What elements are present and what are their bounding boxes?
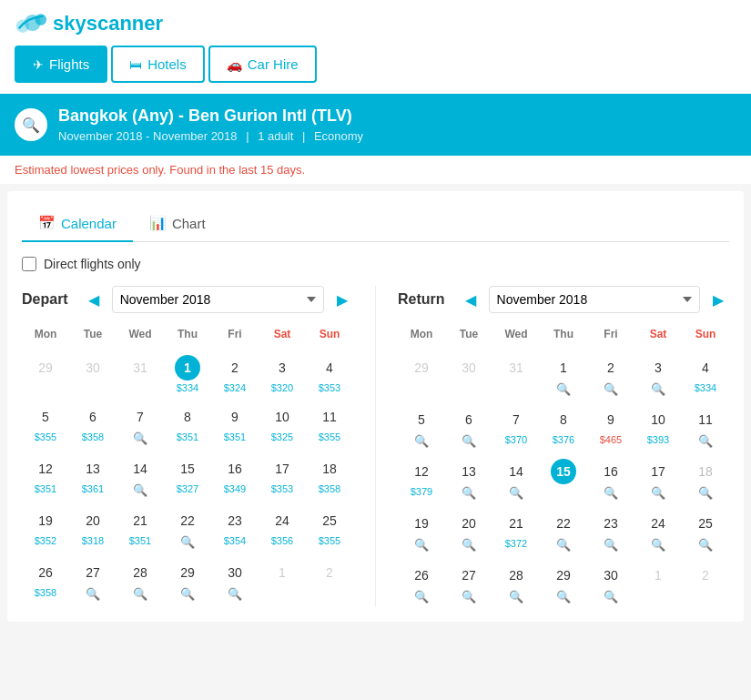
list-item[interactable]: 27🔍 bbox=[445, 555, 492, 607]
search-icon[interactable]: 🔍 bbox=[651, 382, 665, 396]
search-icon[interactable]: 🔍 bbox=[414, 434, 429, 448]
list-item[interactable]: 20🔍 bbox=[445, 503, 492, 555]
search-icon[interactable]: 🔍 bbox=[509, 590, 523, 604]
search-icon[interactable]: 🔍 bbox=[180, 535, 195, 549]
tab-bar: ✈ Flights 🛏 Hotels 🚗 Car Hire bbox=[15, 46, 736, 83]
search-icon[interactable]: 🔍 bbox=[462, 590, 476, 604]
list-item[interactable]: 23🔍 bbox=[587, 503, 634, 555]
search-icon[interactable]: 🔍 bbox=[462, 434, 476, 448]
list-item: 10$393 bbox=[634, 400, 682, 451]
search-icon[interactable]: 🔍 bbox=[133, 587, 147, 601]
table-row: 19🔍20🔍21$37222🔍23🔍24🔍25🔍 bbox=[398, 503, 729, 555]
search-icon[interactable]: 🔍 bbox=[698, 538, 713, 552]
search-icon[interactable]: 🔍 bbox=[556, 538, 571, 552]
depart-month-select[interactable]: November 2018 bbox=[112, 286, 324, 313]
list-item[interactable]: 7🔍 bbox=[117, 397, 164, 449]
search-icon[interactable]: 🔍 bbox=[86, 587, 100, 601]
list-item[interactable]: 5🔍 bbox=[398, 400, 445, 451]
day-number: 30 bbox=[456, 355, 482, 380]
list-item[interactable]: 24🔍 bbox=[634, 503, 682, 555]
list-item[interactable]: 11🔍 bbox=[682, 400, 729, 451]
list-item[interactable]: 30🔍 bbox=[211, 553, 259, 604]
list-item[interactable]: 29🔍 bbox=[540, 555, 587, 607]
list-item: 18🔍 bbox=[682, 451, 729, 503]
tab-carhire[interactable]: 🚗 Car Hire bbox=[208, 46, 317, 83]
day-price: $361 bbox=[82, 483, 104, 494]
search-icon[interactable]: 🔍 bbox=[180, 587, 195, 601]
list-item: 9$465 bbox=[587, 400, 634, 451]
list-item[interactable]: 27🔍 bbox=[69, 553, 117, 604]
day-number: 13 bbox=[80, 456, 106, 482]
list-item[interactable]: 25🔍 bbox=[682, 503, 729, 555]
table-row: 5$3556$3587🔍8$3519$35110$32511$355 bbox=[22, 397, 353, 449]
search-icon[interactable]: 🔍 bbox=[604, 538, 618, 552]
return-prev-button[interactable]: ◀ bbox=[460, 289, 482, 310]
search-icon[interactable]: 🔍 bbox=[604, 590, 618, 604]
search-dates: November 2018 - November 2018 bbox=[58, 129, 238, 143]
list-item[interactable]: 13🔍 bbox=[445, 451, 492, 503]
search-icon[interactable]: 🔍 bbox=[651, 538, 665, 552]
day-price: $349 bbox=[224, 483, 246, 494]
list-item[interactable]: 2🔍 bbox=[587, 348, 634, 400]
depart-grid: Mon Tue Wed Thu Fri Sat Sun 2930311$3342… bbox=[22, 324, 353, 604]
search-icon[interactable]: 🔍 bbox=[414, 538, 429, 552]
header: skyscanner ✈ Flights 🛏 Hotels 🚗 Car Hire… bbox=[0, 0, 751, 184]
list-item[interactable]: 17🔍 bbox=[634, 451, 682, 503]
list-item: 3$320 bbox=[259, 348, 306, 397]
search-icon: 🔍 bbox=[698, 486, 713, 500]
search-icon[interactable]: 🔍 bbox=[228, 587, 242, 601]
list-item[interactable]: 28🔍 bbox=[117, 553, 164, 604]
search-icon[interactable]: 🔍 bbox=[604, 382, 618, 396]
list-item: 21$372 bbox=[492, 503, 540, 555]
view-tab-chart[interactable]: 📊 Chart bbox=[133, 206, 222, 242]
search-icon[interactable]: 🔍 bbox=[133, 483, 147, 497]
list-item[interactable]: 1🔍 bbox=[540, 348, 587, 400]
tab-hotels[interactable]: 🛏 Hotels bbox=[111, 46, 205, 83]
depart-next-button[interactable]: ▶ bbox=[331, 289, 353, 310]
list-item[interactable]: 3🔍 bbox=[634, 348, 682, 400]
return-th-fri: Fri bbox=[587, 324, 634, 348]
direct-flights-checkbox[interactable] bbox=[22, 257, 36, 271]
list-item[interactable]: 28🔍 bbox=[492, 555, 540, 607]
search-icon: 🔍 bbox=[15, 108, 47, 141]
depart-prev-button[interactable]: ◀ bbox=[83, 289, 105, 310]
list-item: 19$352 bbox=[22, 501, 69, 553]
list-item[interactable]: 14🔍 bbox=[117, 449, 164, 501]
list-item[interactable]: 26🔍 bbox=[398, 555, 445, 607]
search-icon[interactable]: 🔍 bbox=[462, 538, 476, 552]
search-icon[interactable]: 🔍 bbox=[556, 590, 571, 604]
search-icon[interactable]: 🔍 bbox=[604, 486, 618, 500]
search-icon[interactable]: 🔍 bbox=[556, 382, 571, 396]
list-item[interactable]: 22🔍 bbox=[164, 501, 211, 553]
day-price: $355 bbox=[319, 431, 340, 442]
search-bar[interactable]: 🔍 Bangkok (Any) - Ben Gurion Intl (TLV) … bbox=[0, 94, 751, 156]
list-item[interactable]: 16🔍 bbox=[587, 451, 634, 503]
search-icon[interactable]: 🔍 bbox=[462, 486, 476, 500]
search-icon[interactable]: 🔍 bbox=[651, 486, 665, 500]
list-item[interactable]: 22🔍 bbox=[540, 503, 587, 555]
search-icon[interactable]: 🔍 bbox=[414, 590, 429, 604]
chart-tab-label: Chart bbox=[172, 216, 206, 231]
list-item: 6$358 bbox=[69, 397, 117, 449]
search-icon[interactable]: 🔍 bbox=[133, 431, 147, 445]
list-item: 7$370 bbox=[492, 400, 540, 451]
tab-flights[interactable]: ✈ Flights bbox=[15, 46, 107, 83]
search-icon[interactable]: 🔍 bbox=[698, 434, 713, 448]
list-item[interactable]: 19🔍 bbox=[398, 503, 445, 555]
return-month-select[interactable]: November 2018 bbox=[489, 286, 700, 313]
list-item[interactable]: 30🔍 bbox=[587, 555, 634, 607]
list-item[interactable]: 14🔍 bbox=[492, 451, 540, 503]
return-next-button[interactable]: ▶ bbox=[707, 289, 729, 310]
search-icon[interactable]: 🔍 bbox=[509, 486, 523, 500]
list-item[interactable]: 6🔍 bbox=[445, 400, 492, 451]
day-number: 2 bbox=[693, 563, 718, 588]
list-item[interactable]: 29🔍 bbox=[164, 553, 211, 604]
list-item: 1 bbox=[634, 555, 682, 607]
day-price: $355 bbox=[319, 535, 340, 546]
view-tab-calendar[interactable]: 📅 Calendar bbox=[22, 206, 133, 242]
tab-carhire-label: Car Hire bbox=[248, 56, 299, 72]
day-number: 24 bbox=[645, 511, 671, 536]
list-item: 2$324 bbox=[211, 348, 259, 397]
flights-icon: ✈ bbox=[33, 57, 44, 72]
day-number: 3 bbox=[645, 355, 671, 380]
